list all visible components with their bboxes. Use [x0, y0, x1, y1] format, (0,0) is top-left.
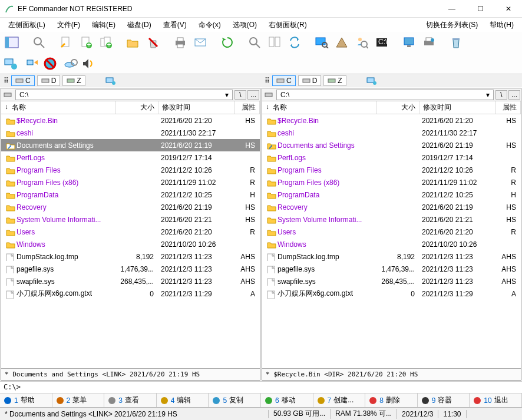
tb-search-icon[interactable]: [31, 34, 47, 51]
tb-terminal-icon[interactable]: C:\: [374, 34, 390, 51]
file-row[interactable]: ceshi2021/11/30 22:17: [262, 127, 521, 139]
fnkey-f9[interactable]: 9 容器: [418, 393, 470, 407]
tb-thumb-icon[interactable]: [4, 34, 20, 51]
file-row[interactable]: Recovery2021/6/20 21:19HS: [1, 201, 260, 213]
file-row[interactable]: 小刀娱乐网x6g.com.gtxt02021/12/3 11:29A: [1, 287, 260, 300]
file-row[interactable]: 小刀娱乐网x6g.com.gtxt02021/12/3 11:29A: [262, 287, 521, 300]
left-path-up[interactable]: ...: [247, 90, 259, 100]
tb2-netdrive-icon[interactable]: [4, 57, 19, 70]
file-row[interactable]: ProgramData2021/12/2 10:25H: [1, 188, 260, 201]
drive-right-net[interactable]: [363, 76, 381, 85]
tb-find-icon[interactable]: [246, 34, 263, 51]
tb-sync-icon[interactable]: [286, 34, 303, 51]
file-row[interactable]: pagefile.sys1,476,39...2021/12/3 11:23AH…: [1, 263, 260, 275]
menu-help[interactable]: 帮助(H): [484, 19, 520, 31]
drive-left-net[interactable]: [102, 76, 120, 85]
col-date[interactable]: 修改时间: [419, 101, 496, 114]
col-attr[interactable]: 属性: [496, 101, 521, 114]
fnkey-f5[interactable]: 5 复制: [209, 393, 261, 407]
cmdline[interactable]: C:\>: [0, 381, 522, 393]
right-path-up[interactable]: ...: [508, 90, 520, 100]
tb-new-icon[interactable]: +: [78, 34, 94, 51]
fnkey-f7[interactable]: 7 创建...: [313, 393, 366, 407]
menu-left-panel[interactable]: 左侧面板(L): [2, 19, 51, 31]
menu-cmd[interactable]: 命令(x): [193, 19, 227, 31]
col-size[interactable]: 大小: [377, 101, 419, 114]
tb-folder-open-icon[interactable]: [125, 34, 141, 51]
tb-copy-icon[interactable]: +: [98, 34, 114, 51]
tb-print-icon[interactable]: [172, 34, 189, 51]
file-row[interactable]: Users2021/6/20 21:20R: [1, 226, 260, 238]
right-filelist[interactable]: $Recycle.Bin2021/6/20 21:20HSceshi2021/1…: [262, 114, 521, 368]
file-row[interactable]: ceshi2021/11/30 22:17: [1, 127, 260, 139]
file-row[interactable]: Documents and Settings2021/6/20 21:19HS: [262, 139, 521, 151]
file-row[interactable]: Program Files2021/12/2 10:26R: [262, 164, 521, 176]
col-name[interactable]: 名称: [273, 102, 287, 113]
fnkey-f6[interactable]: 6 移动: [261, 393, 313, 407]
file-row[interactable]: Recovery2021/6/20 21:19HS: [262, 201, 521, 213]
left-path-root[interactable]: \: [234, 90, 246, 100]
file-row[interactable]: System Volume Informati...2021/6/20 21:2…: [262, 213, 521, 226]
file-row[interactable]: DumpStack.log.tmp8,1922021/12/3 11:23AHS: [1, 250, 260, 263]
tb-refresh-icon[interactable]: [219, 34, 236, 51]
tb2-connect-icon[interactable]: [26, 57, 40, 70]
fnkey-f1[interactable]: 1 帮助: [0, 393, 52, 407]
fnkey-f2[interactable]: 2 菜单: [52, 393, 105, 407]
drive-left-c[interactable]: C: [11, 75, 35, 86]
path-drive-icon[interactable]: [1, 92, 14, 98]
left-path-combo[interactable]: C:\▾: [15, 90, 233, 100]
file-row[interactable]: Windows2021/10/20 10:26: [1, 238, 260, 250]
menu-right-panel[interactable]: 右侧面板(R): [263, 19, 313, 31]
tb-screen-search-icon[interactable]: [313, 34, 330, 51]
menu-disk[interactable]: 磁盘(D): [121, 19, 157, 31]
menu-file[interactable]: 文件(F): [51, 19, 86, 31]
left-filelist[interactable]: $Recycle.Bin2021/6/20 21:20HSceshi2021/1…: [1, 114, 260, 368]
file-row[interactable]: PerfLogs2019/12/7 17:14: [1, 151, 260, 164]
tb-zoom-user-icon[interactable]: [353, 34, 370, 51]
tb-printer2-icon[interactable]: [421, 34, 437, 51]
close-button[interactable]: ✕: [500, 5, 517, 13]
fnkey-f10[interactable]: 10 退出: [470, 393, 522, 407]
fnkey-f4[interactable]: 4 编辑: [157, 393, 209, 407]
file-row[interactable]: $Recycle.Bin2021/6/20 21:20HS: [262, 114, 521, 127]
fnkey-f8[interactable]: 8 删除: [365, 393, 418, 407]
drive-right-c[interactable]: C: [272, 75, 296, 86]
tb-mail-icon[interactable]: [192, 34, 209, 51]
file-row[interactable]: Program Files (x86)2021/11/29 11:02R: [262, 176, 521, 188]
file-row[interactable]: $Recycle.Bin2021/6/20 21:20HS: [1, 114, 260, 127]
right-path-root[interactable]: \: [495, 90, 507, 100]
path-drive-icon[interactable]: [262, 92, 275, 98]
file-row[interactable]: Program Files (x86)2021/11/29 11:02R: [1, 176, 260, 188]
drive-left-z[interactable]: Z: [62, 75, 85, 86]
maximize-button[interactable]: ☐: [471, 5, 489, 13]
tb2-speaker-icon[interactable]: [81, 57, 94, 70]
file-row[interactable]: PerfLogs2019/12/7 17:14: [262, 151, 521, 164]
menu-view[interactable]: 查看(V): [157, 19, 193, 31]
file-row[interactable]: swapfile.sys268,435,...2021/12/3 11:23AH…: [262, 275, 521, 287]
tb-trash-icon[interactable]: [448, 34, 464, 51]
fnkey-f3[interactable]: 3 查看: [104, 393, 157, 407]
minimize-button[interactable]: —: [443, 5, 461, 13]
tb-monitor-icon[interactable]: [401, 34, 417, 51]
tb-edit-icon[interactable]: [58, 34, 74, 51]
col-name[interactable]: 名称: [12, 102, 26, 113]
drive-right-z[interactable]: Z: [323, 75, 346, 86]
tb-compare-icon[interactable]: [266, 34, 283, 51]
drive-right-d[interactable]: D: [298, 75, 322, 86]
file-row[interactable]: Documents and Settings2021/6/20 21:19HS: [1, 139, 260, 151]
file-row[interactable]: Users2021/6/20 21:20R: [262, 226, 521, 238]
menu-tasklist[interactable]: 切换任务列表(S): [420, 19, 484, 31]
col-date[interactable]: 修改时间: [158, 101, 235, 114]
file-row[interactable]: swapfile.sys268,435,...2021/12/3 11:23AH…: [1, 275, 260, 287]
col-attr[interactable]: 属性: [235, 101, 260, 114]
file-row[interactable]: DumpStack.log.tmp8,1922021/12/3 11:23AHS: [262, 250, 521, 263]
drive-left-d[interactable]: D: [37, 75, 61, 86]
tb-pyramid-icon[interactable]: [333, 34, 350, 51]
file-row[interactable]: Program Files2021/12/2 10:26R: [1, 164, 260, 176]
file-row[interactable]: pagefile.sys1,476,39...2021/12/3 11:23AH…: [262, 263, 521, 275]
tb2-disk-find-icon[interactable]: [64, 58, 78, 70]
file-row[interactable]: Windows2021/10/20 10:26: [262, 238, 521, 250]
tb-delete-icon[interactable]: [145, 34, 161, 51]
right-path-combo[interactable]: C:\▾: [276, 90, 494, 100]
file-row[interactable]: ProgramData2021/12/2 10:25H: [262, 188, 521, 201]
